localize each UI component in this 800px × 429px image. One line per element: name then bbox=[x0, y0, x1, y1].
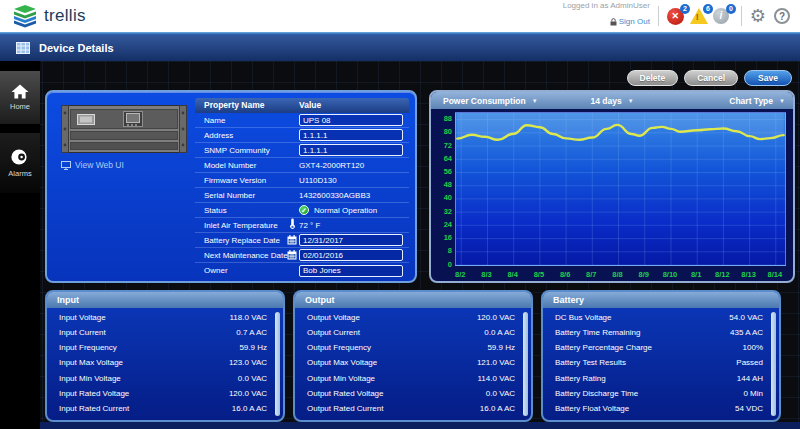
stat-row-input-rated-voltage: Input Rated Voltage120.0 VAC bbox=[47, 389, 273, 398]
trellis-logo-icon bbox=[12, 5, 38, 28]
main-area: Home Alarms Delete Cancel Save bbox=[0, 61, 800, 429]
page-title: Device Details bbox=[39, 42, 114, 54]
device-image bbox=[61, 105, 187, 153]
scrollbar[interactable] bbox=[523, 312, 528, 416]
stat-value: 121.0 VAC bbox=[477, 358, 515, 367]
critical-alerts-button[interactable]: ✕ 2 bbox=[667, 6, 687, 26]
info-count-badge: 0 bbox=[726, 4, 736, 14]
stat-value: 123.0 VAC bbox=[229, 358, 267, 367]
home-icon bbox=[11, 84, 29, 99]
stat-value: 435 A AC bbox=[730, 328, 763, 337]
sidebar-item-alarms[interactable]: Alarms bbox=[0, 133, 40, 193]
scrollbar[interactable] bbox=[771, 312, 776, 416]
stat-value: 144 AH bbox=[737, 374, 763, 383]
info-alerts-button[interactable]: i 0 bbox=[713, 6, 733, 26]
stat-value: 120.0 VAC bbox=[477, 313, 515, 322]
x-tick-label: 8/4 bbox=[500, 270, 526, 279]
address-input[interactable] bbox=[299, 129, 403, 141]
settings-gear-icon[interactable]: ⚙ bbox=[750, 7, 766, 25]
top-bar: trellis Logged in as AdminUser Sign Out … bbox=[0, 0, 800, 32]
chart-type-dropdown[interactable]: Chart Type ▼ bbox=[729, 96, 785, 106]
y-tick-label: 88 bbox=[431, 114, 452, 123]
help-icon[interactable]: ? bbox=[774, 8, 790, 24]
stat-label: Battery Test Results bbox=[555, 358, 626, 367]
scrollbar[interactable] bbox=[275, 312, 280, 416]
delete-button[interactable]: Delete bbox=[627, 70, 679, 86]
sidebar-item-label: Alarms bbox=[8, 169, 31, 178]
stat-row-dc-bus-voltage: DC Bus Voltage54.0 VAC bbox=[543, 313, 769, 322]
property-row-model-number: Model NumberGXT4-2000RT120 bbox=[195, 158, 409, 173]
stat-value: 16.0 A AC bbox=[232, 404, 267, 413]
stat-label: Output Rated Current bbox=[307, 404, 383, 413]
stat-value: 0.0 VAC bbox=[486, 389, 515, 398]
x-tick-label: 8/12 bbox=[709, 270, 735, 279]
cancel-button[interactable]: Cancel bbox=[684, 70, 738, 86]
battery-replace-date-input[interactable] bbox=[299, 234, 403, 246]
panel-title: Output bbox=[295, 292, 531, 308]
stat-label: Input Rated Current bbox=[59, 404, 129, 413]
property-label: Firmware Version bbox=[204, 176, 266, 185]
owner-input[interactable] bbox=[299, 265, 403, 277]
sign-out-link[interactable]: Sign Out bbox=[610, 17, 650, 27]
alarm-icon bbox=[10, 148, 30, 166]
calendar-icon bbox=[286, 246, 298, 264]
stat-value: 0.7 A AC bbox=[236, 328, 267, 337]
property-label: Name bbox=[204, 116, 225, 125]
stat-label: Output Frequency bbox=[307, 343, 371, 352]
stat-value: Passed bbox=[736, 358, 763, 367]
name-input[interactable] bbox=[299, 114, 403, 126]
stat-row-output-frequency: Output Frequency59.9 Hz bbox=[295, 343, 521, 352]
stat-row-input-voltage: Input Voltage118.0 VAC bbox=[47, 313, 273, 322]
brand: trellis bbox=[12, 5, 86, 28]
stat-label: Battery Rating bbox=[555, 374, 606, 383]
stat-label: Battery Percentage Charge bbox=[555, 343, 652, 352]
stat-panels-row: InputInput Voltage118.0 VACInput Current… bbox=[45, 290, 781, 422]
y-tick-label: 8 bbox=[431, 246, 452, 255]
firmware-version-value: U110D130 bbox=[299, 176, 337, 185]
panel-title: Battery bbox=[543, 292, 779, 308]
stat-label: Output Current bbox=[307, 328, 360, 337]
app-window: trellis Logged in as AdminUser Sign Out … bbox=[0, 0, 800, 429]
stat-row-input-rated-current: Input Rated Current16.0 A AC bbox=[47, 404, 273, 413]
x-tick-label: 8/2 bbox=[447, 270, 473, 279]
stat-label: Output Min Voltage bbox=[307, 374, 375, 383]
power-consumption-line bbox=[456, 113, 785, 265]
stat-label: Input Voltage bbox=[59, 313, 106, 322]
stat-label: Output Voltage bbox=[307, 313, 360, 322]
stat-label: Battery Discharge Time bbox=[555, 389, 638, 398]
warning-count-badge: 6 bbox=[703, 4, 713, 14]
stat-label: Input Frequency bbox=[59, 343, 117, 352]
stat-value: 59.9 Hz bbox=[239, 343, 267, 352]
stat-row-output-min-voltage: Output Min Voltage114.0 VAC bbox=[295, 374, 521, 383]
sign-out-label: Sign Out bbox=[619, 17, 650, 27]
view-web-ui-link[interactable]: View Web UI bbox=[61, 160, 124, 170]
save-button[interactable]: Save bbox=[744, 70, 792, 86]
user-block: Logged in as AdminUser Sign Out bbox=[563, 1, 650, 31]
property-label: Owner bbox=[204, 266, 228, 275]
stat-label: Input Current bbox=[59, 328, 106, 337]
property-label: Inlet Air Temperature bbox=[204, 221, 278, 230]
property-label: Next Maintenance Date bbox=[204, 251, 288, 260]
warning-alerts-button[interactable]: ! 6 bbox=[690, 6, 710, 26]
y-tick-label: 40 bbox=[431, 193, 452, 202]
next-maintenance-date-input[interactable] bbox=[299, 249, 403, 261]
snmp-community-input[interactable] bbox=[299, 144, 403, 156]
y-tick-label: 32 bbox=[431, 207, 452, 216]
y-tick-label: 80 bbox=[431, 127, 452, 136]
chart-header: Power Consumption ▼ 14 days ▼ Chart Type… bbox=[431, 92, 793, 109]
power-consumption-chart-panel: Power Consumption ▼ 14 days ▼ Chart Type… bbox=[429, 90, 795, 283]
x-tick-label: 8/8 bbox=[605, 270, 631, 279]
property-label: Battery Replace Date bbox=[204, 236, 280, 245]
divider bbox=[658, 6, 659, 26]
property-label: SNMP Community bbox=[204, 146, 270, 155]
stat-value: 100% bbox=[743, 343, 763, 352]
sidebar-item-home[interactable]: Home bbox=[0, 71, 40, 125]
bottom-strip bbox=[40, 422, 800, 429]
view-web-ui-label: View Web UI bbox=[75, 160, 124, 170]
stat-row-input-current: Input Current0.7 A AC bbox=[47, 328, 273, 337]
chevron-down-icon: ▼ bbox=[779, 98, 785, 104]
stat-label: Output Rated Voltage bbox=[307, 389, 384, 398]
check-circle-icon: ✓ bbox=[299, 205, 309, 215]
x-tick-label: 8/1 bbox=[683, 270, 709, 279]
x-tick-label: 8/13 bbox=[736, 270, 762, 279]
